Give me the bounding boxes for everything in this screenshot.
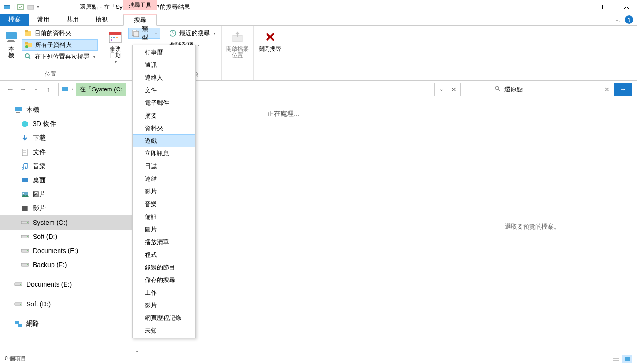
breadcrumb-segment[interactable]: 在「System (C:: [76, 83, 126, 96]
clear-search-icon[interactable]: ✕: [604, 86, 610, 93]
tree-item[interactable]: Backup (F:): [0, 258, 140, 272]
date-modified-button[interactable]: 修改 日期 ▾: [104, 28, 126, 64]
type-menu-item[interactable]: 連絡人: [133, 71, 195, 84]
type-menu-item[interactable]: 連結: [133, 172, 195, 185]
qat-customize-icon[interactable]: ▾: [37, 4, 39, 9]
maximize-button[interactable]: [594, 0, 615, 14]
type-menu-item[interactable]: 影片: [133, 185, 195, 198]
tree-item[interactable]: 桌面: [0, 173, 140, 187]
tree-item[interactable]: Documents (E:): [0, 244, 140, 258]
ribbon-group-open: 開啟檔案 位置: [222, 26, 254, 80]
type-menu-item[interactable]: 網頁歷程記錄: [133, 312, 195, 324]
type-menu-item[interactable]: 電子郵件: [133, 97, 195, 109]
minimize-button[interactable]: [572, 0, 594, 14]
type-menu-item[interactable]: 行事曆: [133, 46, 195, 59]
all-subfolders-button[interactable]: 所有子資料夾: [22, 39, 98, 51]
type-menu-item[interactable]: 影片: [133, 299, 195, 312]
forward-button[interactable]: →: [17, 84, 29, 95]
new-folder-icon[interactable]: [27, 3, 35, 11]
address-history-icon[interactable]: ⌄: [434, 83, 447, 96]
drive-icon: [14, 280, 22, 289]
type-menu-item[interactable]: 圖片: [133, 223, 195, 236]
tab-search[interactable]: 搜尋: [123, 14, 157, 26]
tree-item[interactable]: 下載: [0, 131, 140, 145]
ribbon: 本 機 目前的資料夾 所有子資料夾 在下列位置再次搜尋▾ 位置 修改 日期 ▾ …: [0, 26, 637, 81]
recent-locations-icon[interactable]: ▾: [30, 84, 41, 95]
address-clear-icon[interactable]: ✕: [447, 83, 460, 96]
tree-item[interactable]: Documents (E:): [0, 277, 140, 291]
svg-rect-12: [25, 30, 28, 32]
ribbon-group-location: 本 機 目前的資料夾 所有子資料夾 在下列位置再次搜尋▾ 位置: [0, 26, 101, 80]
close-search-button[interactable]: ✕ 關閉搜尋: [257, 28, 283, 52]
drive-icon: [14, 300, 22, 308]
svg-rect-36: [22, 178, 28, 182]
this-pc-button[interactable]: 本 機: [3, 28, 20, 59]
svg-rect-8: [6, 32, 17, 39]
search-input[interactable]: [504, 86, 600, 93]
close-button[interactable]: [615, 0, 637, 14]
thumbnails-view-button[interactable]: [622, 355, 632, 363]
type-menu-item[interactable]: 備註: [133, 210, 195, 223]
search-again-button[interactable]: 在下列位置再次搜尋▾: [22, 51, 98, 62]
type-menu-item[interactable]: 播放清單: [133, 236, 195, 248]
help-icon[interactable]: ?: [625, 15, 633, 24]
preview-hint: 選取要預覽的檔案。: [505, 223, 560, 231]
app-icon: [3, 3, 11, 11]
tab-file[interactable]: 檔案: [0, 14, 29, 26]
address-bar[interactable]: › 在「System (C: ⌄ ✕: [58, 83, 461, 96]
tree-item[interactable]: 本機: [0, 103, 140, 117]
type-menu-item[interactable]: 程式: [133, 248, 195, 261]
type-menu-item[interactable]: 儲存的搜尋: [133, 274, 195, 286]
type-menu-item[interactable]: 通訊: [133, 59, 195, 71]
search-icon: [494, 85, 501, 93]
chevron-right-icon[interactable]: ›: [72, 87, 76, 92]
current-folder-button[interactable]: 目前的資料夾: [22, 28, 98, 39]
type-menu-item[interactable]: 資料夾: [133, 122, 195, 134]
type-menu-item[interactable]: 遊戲: [133, 134, 195, 147]
type-menu-item[interactable]: 摘要: [133, 109, 195, 122]
tree-item-label: 下載: [33, 134, 46, 142]
up-button[interactable]: ↑: [43, 84, 54, 95]
search-again-icon: [24, 53, 32, 60]
tree-item[interactable]: 影片: [0, 201, 140, 215]
tab-view[interactable]: 檢視: [87, 14, 116, 26]
tree-item[interactable]: 音樂: [0, 159, 140, 173]
search-submit-button[interactable]: →: [614, 83, 632, 96]
svg-point-16: [25, 54, 29, 58]
collapse-ribbon-icon[interactable]: ︿: [615, 16, 620, 24]
recent-icon: [169, 30, 177, 37]
svg-rect-25: [134, 31, 139, 37]
type-menu-item[interactable]: 立即訊息: [133, 147, 195, 160]
tab-share[interactable]: 共用: [58, 14, 87, 26]
svg-rect-39: [22, 206, 28, 211]
tree-item-label: 文件: [33, 148, 46, 156]
type-menu-item[interactable]: 未知: [133, 324, 195, 337]
svg-rect-23: [111, 39, 112, 41]
type-menu-item[interactable]: 錄製的節目: [133, 261, 195, 274]
svg-point-45: [27, 236, 28, 237]
properties-icon[interactable]: [16, 3, 25, 11]
tree-item[interactable]: 圖片: [0, 187, 140, 201]
tree-item[interactable]: 文件: [0, 145, 140, 159]
recent-searches-button[interactable]: 最近的搜尋▾: [166, 28, 218, 39]
svg-point-53: [20, 304, 21, 305]
details-view-button[interactable]: [611, 355, 621, 363]
tree-item[interactable]: 3D 物件: [0, 117, 140, 131]
tab-home[interactable]: 常用: [29, 14, 58, 26]
tree-item[interactable]: Soft (D:): [0, 297, 140, 311]
type-menu-item[interactable]: 工作: [133, 286, 195, 299]
type-menu-item[interactable]: 日誌: [133, 160, 195, 172]
type-menu-item[interactable]: 文件: [133, 84, 195, 97]
search-box[interactable]: ✕: [490, 83, 614, 96]
type-menu-item[interactable]: 音樂: [133, 198, 195, 210]
svg-rect-0: [4, 6, 10, 9]
back-button[interactable]: ←: [5, 84, 16, 95]
open-file-location-button[interactable]: 開啟檔案 位置: [224, 28, 251, 59]
navigation-pane[interactable]: 本機3D 物件下載文件音樂桌面圖片影片System (C:)Soft (D:)D…: [0, 98, 140, 355]
tree-item[interactable]: System (C:): [0, 215, 140, 230]
net-icon: [14, 319, 22, 328]
tree-item-label: 本機: [26, 106, 39, 114]
tree-item[interactable]: 網路: [0, 317, 140, 331]
tree-item[interactable]: Soft (D:): [0, 230, 140, 244]
type-button[interactable]: 類型▾: [128, 28, 160, 39]
